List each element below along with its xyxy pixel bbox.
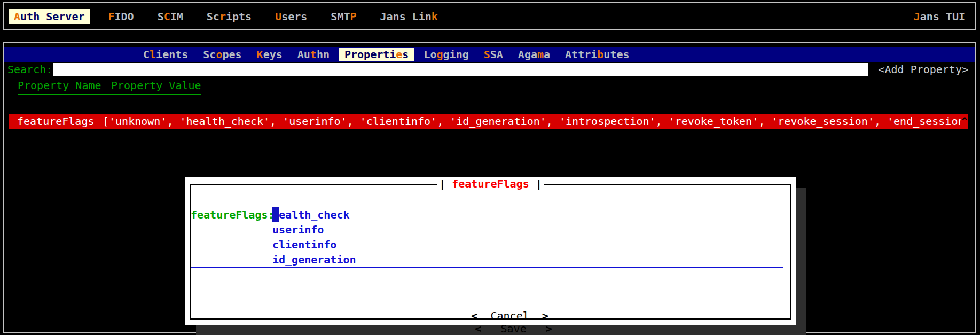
right-angle-bracket: > bbox=[546, 322, 552, 335]
tab-authn[interactable]: Authn bbox=[292, 48, 335, 61]
menu-item-jans-tui[interactable]: Jans TUI bbox=[908, 9, 970, 24]
tab-scopes[interactable]: Scopes bbox=[198, 48, 247, 61]
tab-keys[interactable]: Keys bbox=[252, 48, 288, 61]
tab-clients[interactable]: Clients bbox=[138, 48, 193, 61]
menu-item-scripts[interactable]: Scripts bbox=[201, 9, 257, 24]
add-property-button[interactable]: <Add Property> bbox=[868, 63, 975, 76]
menu-item-scim[interactable]: SCIM bbox=[152, 9, 189, 24]
table-column-headers: Property Name Property Value bbox=[18, 79, 201, 95]
dialog-border-box: | featureFlags | featureFlags:health_che… bbox=[190, 184, 791, 320]
cancel-button[interactable]: < Cancel > bbox=[471, 309, 548, 322]
row-property-name: featureFlags bbox=[9, 115, 103, 128]
row-overflow-indicator: ^ bbox=[961, 115, 968, 128]
right-angle-bracket: > bbox=[542, 309, 548, 322]
menu-item-fido[interactable]: FIDO bbox=[103, 9, 139, 24]
dialog-content: featureFlags:health_check userinfo clien… bbox=[191, 185, 790, 268]
tab-properties[interactable]: Properties bbox=[339, 48, 414, 61]
field-label: featureFlags: bbox=[191, 207, 272, 222]
section-tab-bar: Clients Scopes Keys Authn Properties Log… bbox=[4, 47, 975, 62]
tab-ssa[interactable]: SSA bbox=[479, 48, 508, 61]
flag-value-1: ealth_check bbox=[279, 207, 349, 222]
column-header-property-name: Property Name bbox=[18, 79, 111, 92]
search-label: Search: bbox=[4, 63, 52, 76]
tab-agama[interactable]: Agama bbox=[513, 48, 555, 61]
menu-item-smtp[interactable]: SMTP bbox=[325, 9, 362, 24]
featureflags-dialog: | featureFlags | featureFlags:health_che… bbox=[185, 177, 796, 325]
tab-logging[interactable]: Logging bbox=[418, 48, 474, 61]
dialog-title: | featureFlags | bbox=[437, 177, 544, 190]
menu-item-users[interactable]: Users bbox=[270, 9, 312, 24]
menu-item-auth-server[interactable]: Auth Server bbox=[9, 9, 90, 24]
flag-value-4: id_generation bbox=[272, 252, 356, 267]
save-button[interactable]: < Save > bbox=[475, 322, 552, 335]
flag-value-row[interactable]: id_generation bbox=[191, 252, 783, 268]
flag-value-row[interactable]: clientinfo bbox=[191, 237, 790, 252]
table-row-featureflags[interactable]: featureFlags ['unknown', 'health_check',… bbox=[9, 114, 968, 129]
search-row: Search: <Add Property> bbox=[4, 62, 975, 76]
row-property-value: ['unknown', 'health_check', 'userinfo', … bbox=[103, 115, 961, 128]
text-cursor: h bbox=[272, 207, 279, 222]
left-angle-bracket: < bbox=[475, 322, 481, 335]
flag-value-3: clientinfo bbox=[272, 237, 336, 252]
feature-flags-field-row[interactable]: featureFlags:health_check bbox=[191, 207, 790, 222]
tab-attributes[interactable]: Attributes bbox=[560, 48, 634, 61]
top-menu-bar: Auth Server FIDO SCIM Scripts Users SMTP… bbox=[3, 2, 976, 30]
menu-item-jans-link[interactable]: Jans Link bbox=[375, 9, 443, 24]
dialog-button-row: < Cancel > < Save > bbox=[191, 297, 790, 335]
search-input[interactable] bbox=[53, 63, 868, 76]
flag-value-row[interactable]: userinfo bbox=[191, 222, 790, 237]
column-header-property-value: Property Value bbox=[111, 79, 201, 92]
left-angle-bracket: < bbox=[471, 309, 477, 322]
flag-value-2: userinfo bbox=[272, 222, 324, 237]
